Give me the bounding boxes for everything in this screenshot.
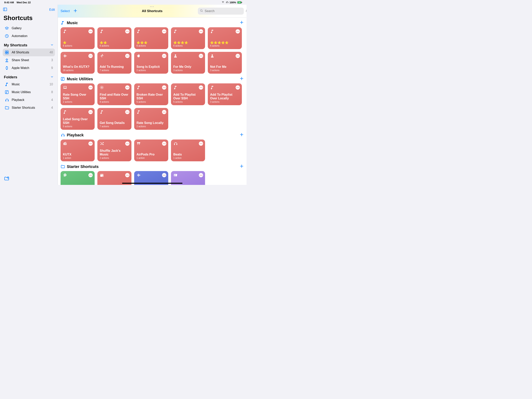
section-header-playback[interactable]: Playback [61, 133, 244, 138]
card-more-button[interactable] [89, 110, 93, 114]
folders-header[interactable]: Folders [4, 75, 17, 79]
card-more-button[interactable] [89, 85, 93, 90]
shortcut-card[interactable]: Add To Playlist Over Locally3 actions [208, 83, 242, 105]
shortcut-card[interactable]: Song Is Explicit2 actions [134, 52, 168, 74]
card-title: Rate Song Locally [137, 121, 166, 125]
music-icon [137, 85, 141, 90]
search-input[interactable] [205, 9, 244, 13]
card-more-button[interactable] [199, 54, 203, 58]
card-title: Get Song Details [100, 121, 129, 125]
sidebar-item-starter-shortcuts[interactable]: Starter Shortcuts 4 [3, 104, 55, 112]
sidebar-item-automation[interactable]: Automation [3, 32, 55, 40]
shortcut-card[interactable]: ⭐⭐6 actions [97, 27, 132, 49]
sidebar-item-apple-watch[interactable]: Apple Watch 9 [3, 64, 55, 72]
status-time: 9:43 AM [4, 1, 14, 4]
edit-button[interactable]: Edit [49, 8, 55, 12]
card-more-button[interactable] [125, 85, 129, 90]
card-more-button[interactable] [125, 110, 129, 114]
card-title: Label Song Over SSH [63, 117, 92, 125]
home-indicator[interactable] [122, 183, 183, 184]
card-more-button[interactable] [162, 142, 166, 146]
shuffle-icon [100, 142, 104, 147]
sidebar-item-label: All Shortcuts [12, 51, 47, 54]
shortcut-card[interactable]: Beats1 action [171, 140, 205, 161]
sidebar-item-playback[interactable]: Playback 4 [3, 96, 55, 104]
section-add-button[interactable] [240, 133, 244, 138]
card-title: Broken Rate Over SSH [137, 93, 166, 100]
sidebar-item-count: 48 [50, 51, 53, 54]
toolbar: Select All Shortcuts [58, 5, 247, 18]
gear-icon [100, 85, 104, 90]
card-more-button[interactable] [236, 54, 240, 58]
shortcut-card[interactable]: Add To Playlist Over SSH5 actions [171, 83, 205, 105]
shortcut-card[interactable]: Text Last Image [61, 171, 95, 185]
chevron-down-icon[interactable] [50, 75, 54, 79]
card-subtitle: 7 actions [100, 69, 129, 72]
card-more-button[interactable] [199, 173, 203, 177]
card-more-button[interactable] [89, 142, 93, 146]
mic-icon[interactable] [245, 9, 247, 13]
search-field[interactable] [198, 8, 244, 15]
section-add-button[interactable] [240, 164, 244, 169]
shortcut-card[interactable]: Label Song Over SSH5 actions [61, 108, 95, 130]
shortcut-card[interactable]: Broken Rate Over SSH5 actions [134, 83, 168, 105]
sidebar-item-music[interactable]: Music 10 [3, 80, 55, 88]
card-more-button[interactable] [89, 54, 93, 58]
select-button[interactable]: Select [61, 9, 70, 13]
card-more-button[interactable] [89, 29, 93, 33]
shortcut-card[interactable]: Find and Rate Over SSH8 actions [97, 83, 132, 105]
card-more-button[interactable] [162, 110, 166, 114]
shortcut-card[interactable]: What's On KUTX?26 actions [61, 52, 95, 74]
sidebar-toggle-icon[interactable] [3, 7, 7, 13]
card-more-button[interactable] [125, 29, 129, 33]
section-header-starter[interactable]: Starter Shortcuts [61, 164, 244, 169]
new-shortcut-button[interactable] [73, 9, 77, 14]
card-more-button[interactable] [162, 54, 166, 58]
sidebar-item-gallery[interactable]: Gallery [3, 24, 55, 32]
share-icon [5, 58, 9, 62]
chevron-down-icon[interactable] [50, 43, 54, 47]
card-more-button[interactable] [162, 173, 166, 177]
sidebar: Edit Shortcuts Gallery Automation My Sho… [0, 5, 58, 185]
shortcut-card[interactable]: ⭐⭐⭐⭐6 actions [171, 27, 205, 49]
shortcut-card[interactable]: Shuffle Jack's Music2 actions [97, 140, 132, 161]
person-icon [173, 54, 177, 59]
shortcut-card[interactable]: Not For Me3 actions [208, 52, 242, 74]
shortcut-card[interactable]: ⭐6 actions [61, 27, 95, 49]
section-header-musicutil[interactable]: Music Utilities [61, 76, 244, 81]
shortcut-card[interactable]: Add To Running7 actions [97, 52, 132, 74]
card-more-button[interactable] [89, 173, 93, 177]
card-more-button[interactable] [199, 142, 203, 146]
status-bar: 9:43 AM Wed Dec 22 100% [0, 0, 247, 5]
card-more-button[interactable] [125, 142, 129, 146]
section-add-button[interactable] [240, 76, 244, 81]
card-more-button[interactable] [125, 54, 129, 58]
section-add-button[interactable] [240, 20, 244, 25]
card-subtitle: 3 actions [173, 69, 203, 72]
section-title: Music [67, 21, 238, 25]
shortcut-card[interactable]: KUTX1 action [61, 140, 95, 161]
card-more-button[interactable] [236, 29, 240, 33]
section-header-music[interactable]: Music [61, 20, 244, 25]
sidebar-item-all-shortcuts[interactable]: All Shortcuts 48 [3, 49, 55, 56]
card-more-button[interactable] [199, 85, 203, 90]
sidebar-item-label: Playback [12, 98, 49, 102]
shortcut-card[interactable]: AirPods Pro1 action [134, 140, 168, 161]
shortcut-card[interactable]: Get Song Details7 actions [97, 108, 132, 130]
shortcut-card[interactable]: For Me Only3 actions [171, 52, 205, 74]
shortcut-card[interactable]: ⭐⭐⭐⭐⭐6 actions [208, 27, 242, 49]
card-more-button[interactable] [162, 29, 166, 33]
sidebar-item-music-utilities[interactable]: Music Utilities 8 [3, 88, 55, 96]
new-folder-icon[interactable] [4, 178, 9, 182]
shortcut-card[interactable]: Rate Song Locally2 actions [134, 108, 168, 130]
card-title: AirPods Pro [137, 153, 166, 156]
shortcut-card[interactable]: ⭐⭐⭐6 actions [134, 27, 168, 49]
my-shortcuts-header[interactable]: My Shortcuts [4, 43, 27, 47]
shortcut-card[interactable]: Rate Song Over SSH2 actions [61, 83, 95, 105]
card-more-button[interactable] [199, 29, 203, 33]
card-more-button[interactable] [236, 85, 240, 90]
card-stars: ⭐ [63, 41, 92, 44]
sidebar-item-share-sheet[interactable]: Share Sheet 3 [3, 56, 55, 64]
card-more-button[interactable] [125, 173, 129, 177]
card-more-button[interactable] [162, 85, 166, 90]
